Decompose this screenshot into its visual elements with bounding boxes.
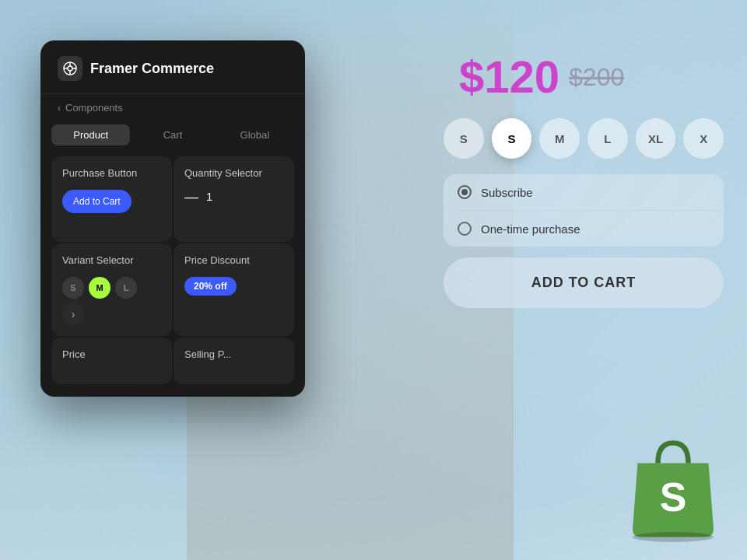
variant-chip-s[interactable]: S	[62, 277, 84, 299]
discount-badge: 20% off	[184, 277, 237, 296]
radio-one-time	[458, 222, 472, 236]
component-card-price: Price	[51, 338, 172, 384]
price-area: $120 $200	[420, 54, 747, 100]
app-logo	[58, 56, 82, 81]
tab-global[interactable]: Global	[216, 124, 294, 145]
radio-dot	[461, 189, 468, 195]
add-to-cart-main-button[interactable]: ADD TO CART	[444, 257, 724, 308]
radio-subscribe	[458, 185, 472, 199]
shopify-logo: S	[622, 428, 724, 529]
breadcrumb[interactable]: ‹ Components	[40, 94, 305, 124]
quantity-decrease-button[interactable]: —	[184, 190, 198, 204]
variant-row: S M L ›	[62, 277, 161, 325]
component-card-quantity: Quantity Selector — 1	[174, 156, 294, 242]
card-title-purchase: Purchase Button	[62, 167, 161, 180]
card-title-discount: Price Discount	[184, 254, 283, 268]
component-grid: Purchase Button Add to Cart Quantity Sel…	[40, 156, 305, 384]
component-card-selling-plan: Selling P...	[174, 338, 294, 384]
card-title-variant: Variant Selector	[62, 254, 161, 268]
price-current: $120	[459, 54, 559, 100]
component-card-discount: Price Discount 20% off	[174, 243, 294, 336]
back-chevron-icon: ‹	[58, 103, 61, 114]
logo-icon	[62, 61, 78, 76]
variant-chip-m[interactable]: M	[89, 277, 110, 299]
product-ui: $120 $200 S S M L XL X Subscribe One-tim…	[420, 54, 747, 308]
component-card-variant: Variant Selector S M L ›	[51, 243, 172, 336]
price-original: $200	[569, 63, 624, 92]
breadcrumb-label: Components	[65, 102, 123, 114]
panel-title: Framer Commerce	[90, 61, 214, 77]
tab-cart[interactable]: Cart	[133, 124, 212, 145]
add-to-cart-small-button[interactable]: Add to Cart	[62, 190, 132, 213]
size-chip-xl[interactable]: XL	[636, 118, 676, 159]
shopify-bag-icon: S	[622, 428, 724, 544]
panel-header: Framer Commerce	[40, 40, 305, 94]
size-chip-s-left[interactable]: S	[444, 118, 484, 159]
size-chip-l[interactable]: L	[587, 118, 628, 159]
option-subscribe-label: Subscribe	[481, 186, 533, 199]
component-panel: Framer Commerce ‹ Components Product Car…	[40, 40, 305, 397]
svg-point-7	[633, 532, 714, 542]
variant-chip-more[interactable]: ›	[62, 303, 84, 325]
purchase-options: Subscribe One-time purchase	[444, 174, 724, 247]
tab-product[interactable]: Product	[51, 124, 130, 145]
option-one-time[interactable]: One-time purchase	[444, 211, 724, 247]
size-selector-row: S S M L XL X	[420, 118, 747, 159]
svg-point-1	[68, 66, 72, 71]
option-one-time-label: One-time purchase	[481, 222, 580, 236]
quantity-value: 1	[206, 190, 212, 203]
size-chip-s[interactable]: S	[492, 118, 532, 159]
size-chip-x[interactable]: X	[683, 118, 724, 159]
option-subscribe[interactable]: Subscribe	[444, 174, 724, 211]
card-title-price: Price	[62, 348, 161, 362]
card-title-quantity: Quantity Selector	[184, 167, 283, 180]
quantity-selector: — 1	[184, 190, 283, 204]
panel-tabs: Product Cart Global	[40, 124, 305, 156]
component-card-purchase-button: Purchase Button Add to Cart	[51, 156, 172, 242]
variant-chip-l[interactable]: L	[115, 277, 137, 299]
svg-text:S: S	[660, 474, 687, 520]
card-title-selling: Selling P...	[184, 348, 283, 362]
size-chip-m[interactable]: M	[539, 118, 580, 159]
